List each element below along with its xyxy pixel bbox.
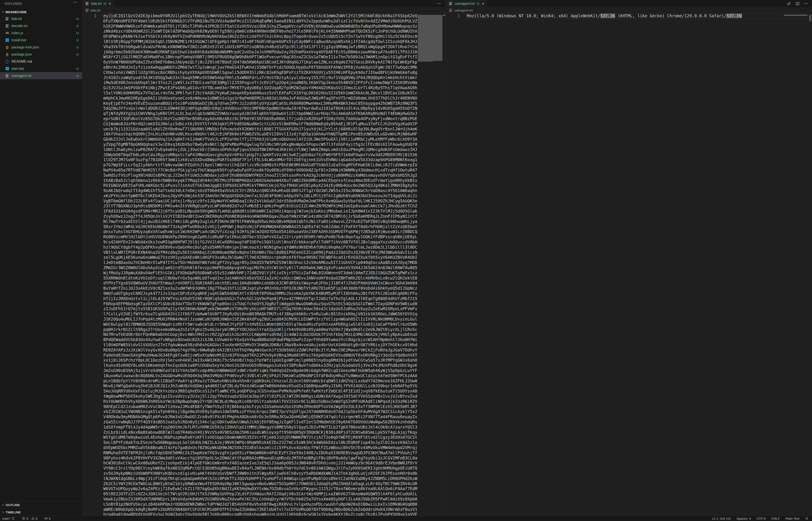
timeline-section[interactable]: TIMELINE <box>0 508 82 516</box>
split-editor-icon[interactable] <box>795 2 799 6</box>
git-branch-status[interactable]: main* <box>2 517 15 520</box>
file-name: start.bat <box>12 67 24 71</box>
line-number: 1 <box>82 14 96 19</box>
left-tab-bar: bda.txt U × <box>82 0 445 7</box>
text-file-icon <box>5 24 9 28</box>
text-file-icon <box>85 2 89 6</box>
ua-text: (KHTML, like Gecko) Chrome/129.0.0.0 Saf… <box>615 14 726 18</box>
bda-text-content[interactable]: eyJjdCI6IlQzV2dIK3pibmo0Y0R2U1lpbVZyTENU… <box>103 14 418 516</box>
git-untracked-badge: U <box>76 38 79 42</box>
file-name: README.md <box>12 60 32 64</box>
sidebar-item-index-js[interactable]: JSindex.jsU <box>0 29 82 37</box>
root-folder-label: BDADECODE <box>6 10 27 14</box>
outline-label: OUTLINE <box>6 503 20 507</box>
encoding-status[interactable]: UTF-8 <box>757 517 766 520</box>
git-untracked-badge: U <box>76 24 79 28</box>
file-name: bda.txt <box>12 17 22 21</box>
chevron-down-icon <box>1 10 5 14</box>
language-mode-status[interactable]: Plain Text <box>785 517 799 520</box>
explorer-title: EXPLORER <box>5 2 22 5</box>
sidebar-item-install-bat[interactable]: install.batU <box>0 37 82 44</box>
cursor-position-status[interactable]: Ln 1, Col 112 <box>712 517 731 520</box>
sidebar-item-decode-txt[interactable]: decode.txtU <box>0 22 82 29</box>
text-file-icon <box>448 2 453 6</box>
breadcrumb-item[interactable]: useragent.txt <box>454 8 473 12</box>
git-untracked-badge: U <box>76 17 79 21</box>
explorer-header: EXPLORER <box>0 0 82 7</box>
breadcrumb: useragent.txt <box>446 7 812 14</box>
breadcrumb: bda.txt <box>82 7 445 14</box>
json-file-icon: {} <box>5 45 9 49</box>
ua-text: Mozilla/5.0 (Windows NT 10.0; Win64; x64… <box>467 14 600 18</box>
close-icon[interactable]: × <box>482 2 484 6</box>
tab-label: bda.txt <box>91 2 102 6</box>
close-icon[interactable]: × <box>109 2 111 6</box>
notifications-bell-icon[interactable] <box>805 517 809 520</box>
git-untracked-badge: U <box>477 2 479 5</box>
explorer-more-actions-icon[interactable] <box>74 2 77 3</box>
tab-label: useragent.txt <box>455 2 475 6</box>
explorer-sidebar: EXPLORER BDADECODE bda.txtUdecode.txtUJS… <box>0 0 82 516</box>
scrollbar-slider[interactable] <box>809 15 811 21</box>
windows-file-icon <box>5 39 9 42</box>
minimap[interactable] <box>784 15 807 16</box>
file-name: package-lock.json <box>12 45 39 49</box>
text-file-icon <box>86 8 89 12</box>
editor-body-useragent: 1 Mozilla/5.0 (Windows NT 10.0; Win64; x… <box>446 14 812 516</box>
file-name: package.json <box>12 52 32 56</box>
json-file-icon: {} <box>5 52 9 56</box>
editor-more-actions-icon[interactable] <box>804 3 808 4</box>
outline-section[interactable]: OUTLINE <box>0 501 82 508</box>
editor-more-actions-icon[interactable] <box>437 3 440 4</box>
tab-useragent-txt[interactable]: useragent.txt U × <box>446 0 487 7</box>
text-cursor <box>741 14 742 18</box>
error-count: 0 <box>26 517 28 520</box>
error-icon <box>22 517 25 520</box>
explorer-root-folder[interactable]: BDADECODE <box>0 9 82 15</box>
git-untracked-badge: U <box>76 45 79 49</box>
branch-label: main* <box>2 517 10 520</box>
ua-word-highlight: 537.36 <box>600 14 615 18</box>
sync-icon <box>12 517 15 520</box>
file-list: bda.txtUdecode.txtUJSindex.jsUinstall.ba… <box>0 15 82 79</box>
problems-status[interactable]: 0 0 <box>22 517 37 520</box>
editor-group-right: useragent.txt U × <box>445 0 812 516</box>
breadcrumb-item[interactable]: bda.txt <box>91 8 100 12</box>
vscode-window: EXPLORER BDADECODE bda.txtUdecode.txtUJS… <box>0 0 812 521</box>
git-untracked-badge: U <box>104 2 106 5</box>
text-file-icon <box>5 74 9 78</box>
minimap[interactable] <box>418 15 442 61</box>
status-bar: main* 0 <box>0 516 812 521</box>
chevron-right-icon <box>1 503 5 507</box>
windows-file-icon <box>5 67 9 70</box>
sidebar-item-start-bat[interactable]: start.batU <box>0 65 82 72</box>
git-untracked-badge: U <box>76 67 79 70</box>
eol-status[interactable]: CRLF <box>771 517 780 520</box>
right-tab-bar: useragent.txt U × <box>446 0 812 7</box>
file-name: decode.txt <box>12 24 27 28</box>
useragent-text-line[interactable]: Mozilla/5.0 (Windows NT 10.0; Win64; x64… <box>467 14 742 19</box>
chevron-right-icon <box>1 511 5 514</box>
text-file-icon <box>449 8 452 12</box>
sidebar-item-package-lock-json[interactable]: {}package-lock.jsonU <box>0 44 82 51</box>
ports-status[interactable]: 0 <box>44 517 50 520</box>
open-changes-icon[interactable] <box>787 2 791 6</box>
warning-count: 0 <box>36 517 37 520</box>
js-file-icon: JS <box>5 31 9 35</box>
git-untracked-badge: U <box>76 74 79 77</box>
sidebar-item-readme-md[interactable]: iREADME.md <box>0 58 82 65</box>
file-name: useragent.txt <box>12 74 31 78</box>
tab-bda-txt[interactable]: bda.txt U × <box>82 0 114 7</box>
sidebar-item-useragent-txt[interactable]: useragent.txtU <box>0 72 82 79</box>
ua-word-highlight-selected: 537.36 <box>726 14 741 18</box>
editor-body-bda: 1 eyJjdCI6IlQzV2dIK3pibmo0Y0R2U1lpbVZyTE… <box>82 14 445 516</box>
sidebar-bottom-sections: OUTLINE TIMELINE <box>0 501 82 516</box>
warning-icon <box>31 517 35 520</box>
info-file-icon: i <box>5 60 9 64</box>
timeline-label: TIMELINE <box>6 511 21 514</box>
sidebar-item-bda-txt[interactable]: bda.txtU <box>0 15 82 22</box>
editor-group-left: bda.txt U × bda.txt 1 eyJjdCI6IlQzV2dIK3… <box>82 0 445 516</box>
text-file-icon <box>5 17 9 21</box>
indentation-status[interactable]: Spaces: 4 <box>737 517 751 520</box>
sidebar-item-package-json[interactable]: {}package.jsonU <box>0 51 82 58</box>
